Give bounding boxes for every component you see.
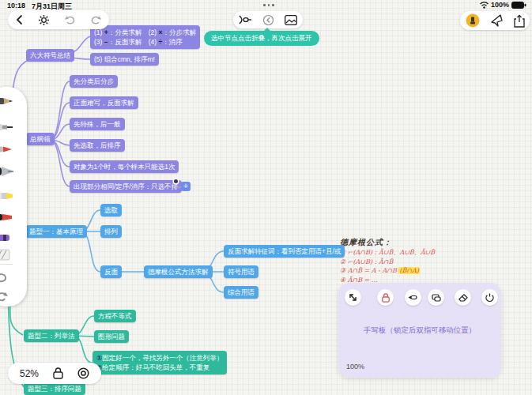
node-six-symbols[interactable]: 六大符号总结	[26, 49, 74, 62]
battery-icon	[511, 2, 526, 9]
node-outline-child[interactable]: 先分类后分步	[70, 75, 118, 88]
node-topic3[interactable]: 题型三：排序问题	[24, 382, 85, 395]
node-combination[interactable]: (5) 组合cmn, 排序m!	[90, 53, 159, 66]
lock-icon[interactable]	[53, 367, 63, 379]
laser-pointer-icon[interactable]	[466, 13, 480, 28]
right-toolbar[interactable]	[460, 11, 530, 30]
add-node-button[interactable]: +	[181, 182, 191, 191]
zoom-level[interactable]: 52%	[20, 368, 39, 379]
node-operator-rules[interactable]: (1) +：分类求解 (2) ×：分步求解 (3) −：反面求解 (4) ÷：消…	[90, 25, 200, 49]
resize-arrow-icon[interactable]	[345, 289, 361, 306]
undo-icon[interactable]	[0, 270, 9, 286]
node-topic1-child[interactable]: 反面	[100, 265, 122, 278]
power-icon[interactable]	[481, 289, 498, 306]
pen-toolbar[interactable]	[0, 87, 27, 307]
collapse-node-icon[interactable]	[262, 14, 274, 26]
battery-percent: 100%	[491, 1, 509, 9]
left-toolbar[interactable]	[8, 10, 109, 29]
node-demorgan[interactable]: 德摩根公式方法求解	[144, 265, 213, 278]
node-demorgan-child[interactable]: 综合用语	[224, 286, 258, 299]
lock-icon[interactable]	[377, 289, 394, 306]
node-topic2[interactable]: 题型二：列举法	[24, 329, 79, 342]
node-topic1-child[interactable]: 选取	[100, 204, 122, 216]
multitask-dots-icon[interactable]	[263, 4, 274, 6]
pen-icon[interactable]	[405, 289, 421, 306]
node-enum-note[interactable]: ①固定好一个，寻找另外一个（注意列举） ②给定顺序：好马不吃回头草，不重复	[92, 351, 227, 374]
node-outline-child[interactable]: 正面难写，反面求解	[70, 96, 138, 109]
lasso-select-icon[interactable]	[239, 15, 252, 24]
settings-gear-icon[interactable]	[38, 14, 50, 26]
purple-roller-tool-icon[interactable]	[0, 232, 13, 243]
node-outline-child[interactable]: 先特殊，后一般	[70, 118, 125, 130]
pencil-tool-icon[interactable]	[0, 95, 14, 107]
collapse-tooltip: 选中节点点击折叠，再次点击展开	[204, 31, 319, 46]
share-icon[interactable]	[514, 14, 525, 28]
node-outline-child-selected[interactable]: 出现部分相同/定序/消序：只选不排	[70, 180, 182, 193]
node-topic1-child[interactable]: 排列	[100, 225, 122, 238]
node-topic2-child[interactable]: 方程不等式	[94, 310, 136, 322]
eraser-icon[interactable]	[455, 289, 471, 306]
handwriting-board-panel[interactable]: 手写板（锁定后双指可移动位置） 100%	[338, 283, 501, 378]
zoom-control[interactable]: 52%	[8, 363, 101, 384]
pointer-flag-icon[interactable]	[490, 14, 504, 27]
node-topic1[interactable]: 题型一：基本原理	[25, 225, 87, 238]
board-title: 手写板（锁定后双指可移动位置）	[338, 325, 501, 336]
node-topic2-child[interactable]: 图形问题	[94, 330, 129, 343]
yellow-highlighter-tool-icon[interactable]	[0, 190, 14, 202]
drag-pen-icon[interactable]	[428, 289, 444, 306]
selection-handle[interactable]	[174, 179, 178, 183]
toolbar-divider	[0, 264, 13, 265]
insert-image-icon[interactable]	[285, 15, 297, 25]
focus-target-icon[interactable]	[77, 367, 89, 379]
fountain-pen-tool-icon[interactable]	[0, 164, 16, 179]
redo-icon[interactable]	[89, 14, 103, 26]
red-marker-tool-icon[interactable]	[0, 212, 14, 223]
node-outline[interactable]: 总纲领	[26, 133, 55, 145]
redo-icon[interactable]	[0, 289, 9, 305]
node-outline-child[interactable]: 先选取，后排序	[70, 139, 125, 152]
red-tip-pen-tool-icon[interactable]	[0, 144, 14, 155]
technical-pen-tool-icon[interactable]	[0, 122, 14, 133]
ruler-tool-icon[interactable]	[0, 248, 13, 262]
wifi-icon	[480, 2, 489, 9]
back-icon[interactable]	[14, 14, 25, 25]
node-demorgan-child[interactable]: 反面求解特征词：看到否定用语+且/或	[224, 245, 345, 258]
board-zoom-level: 100%	[346, 363, 364, 371]
node-demorgan-child[interactable]: 符号用语	[224, 265, 258, 278]
clock: 10:18	[7, 2, 25, 9]
node-tools-toolbar[interactable]	[233, 11, 303, 28]
node-outline-child[interactable]: 对象为1个时，每个样本只能选1次	[70, 160, 179, 173]
undo-icon[interactable]	[63, 14, 77, 26]
